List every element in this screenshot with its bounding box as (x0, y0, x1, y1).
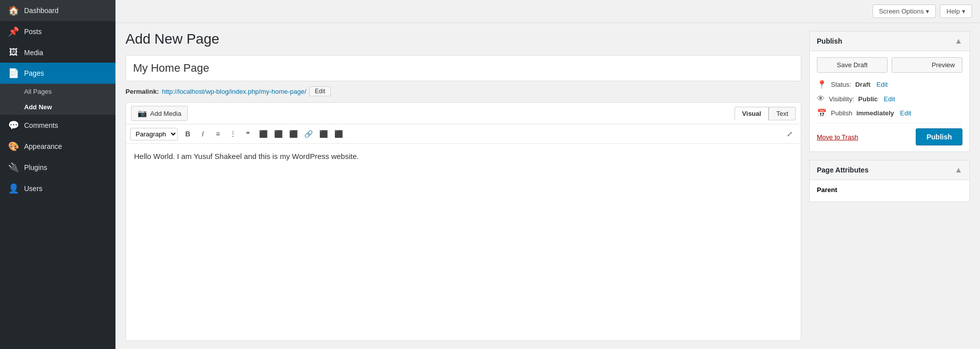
screen-options-button[interactable]: Screen Options ▾ (873, 5, 936, 18)
topbar: Screen Options ▾ Help ▾ (115, 0, 980, 23)
screen-options-label: Screen Options (879, 8, 924, 15)
status-value: Draft (855, 81, 870, 88)
page-title-input[interactable] (126, 55, 801, 81)
align-center-button[interactable]: ⬛ (271, 127, 285, 140)
blockquote-button[interactable]: ❝ (241, 127, 255, 140)
publish-time-edit-link[interactable]: Edit (900, 109, 911, 117)
users-icon: 👤 (8, 183, 19, 194)
publish-actions: Save Draft Preview (817, 57, 962, 73)
status-icon: 📍 (817, 80, 827, 89)
sidebar-item-label: Comments (24, 121, 58, 129)
sidebar-item-appearance[interactable]: 🎨 Appearance (0, 136, 115, 157)
sidebar-item-comments[interactable]: 💬 Comments (0, 115, 115, 136)
publish-footer: Move to Trash Publish (817, 123, 962, 145)
visibility-edit-link[interactable]: Edit (884, 95, 895, 103)
move-to-trash-button[interactable]: Move to Trash (817, 133, 858, 141)
visibility-label: Visibility: (829, 95, 854, 103)
calendar-icon: 📅 (817, 108, 827, 118)
format-select[interactable]: Paragraph (130, 128, 178, 140)
page-attributes-title: Page Attributes (817, 166, 869, 174)
publish-panel-body: Save Draft Preview 📍 Status: Draft Edit … (810, 51, 969, 151)
help-button[interactable]: Help ▾ (940, 5, 972, 18)
tab-text[interactable]: Text (769, 107, 796, 120)
publish-time-row: 📅 Publish immediately Edit (817, 108, 962, 118)
status-edit-link[interactable]: Edit (877, 81, 888, 88)
sidebar-item-label: Posts (24, 28, 42, 36)
publish-time-label: Publish (831, 109, 852, 117)
sidebar-item-label: Appearance (24, 142, 62, 150)
page-attributes-panel-header: Page Attributes ▲ (810, 160, 969, 180)
link-button[interactable]: 🔗 (301, 127, 315, 140)
main-content: Screen Options ▾ Help ▾ Add New Page Per… (115, 0, 980, 349)
pages-icon: 📄 (8, 68, 19, 79)
add-media-button[interactable]: 📷 Add Media (131, 106, 188, 121)
preview-button[interactable]: Preview (892, 57, 962, 73)
publish-button[interactable]: Publish (916, 128, 962, 145)
visual-text-tabs: Visual Text (734, 107, 796, 120)
help-label: Help (946, 8, 960, 15)
permalink-row: Permalink: http://localhost/wp-blog/inde… (126, 86, 801, 96)
permalink-link[interactable]: http://localhost/wp-blog/index.php/my-ho… (162, 88, 306, 95)
permalink-label: Permalink: (126, 88, 159, 95)
plugins-icon: 🔌 (8, 162, 19, 173)
sidebar-item-add-new[interactable]: Add New (0, 99, 115, 115)
visibility-icon: 👁 (817, 94, 825, 103)
right-sidebar: Publish ▲ Save Draft Preview 📍 Status: D… (809, 31, 970, 341)
publish-panel-header: Publish ▲ (810, 32, 969, 51)
editor-content-area[interactable]: Hello World. I am Yusuf Shakeel and this… (126, 144, 801, 340)
permalink-edit-button[interactable]: Edit (309, 86, 331, 96)
sidebar-item-posts[interactable]: 📌 Posts (0, 21, 115, 42)
status-label: Status: (831, 81, 851, 88)
editor-content-text: Hello World. I am Yusuf Shakeel and this… (134, 152, 793, 160)
help-arrow-icon: ▾ (962, 8, 965, 15)
comments-icon: 💬 (8, 120, 19, 131)
sidebar-item-label: Users (24, 185, 43, 193)
align-left-button[interactable]: ⬛ (256, 127, 270, 140)
save-draft-button[interactable]: Save Draft (817, 57, 888, 73)
editor-toolbar-top: 📷 Add Media Visual Text (126, 103, 801, 124)
sidebar-pages-submenu: All Pages Add New (0, 84, 115, 115)
sidebar-item-plugins[interactable]: 🔌 Plugins (0, 157, 115, 178)
media-icon: 🖼 (8, 47, 19, 58)
sidebar-item-media[interactable]: 🖼 Media (0, 42, 115, 63)
page-title: Add New Page (126, 31, 801, 47)
more-button[interactable]: ⬛ (316, 127, 330, 140)
align-right-button[interactable]: ⬛ (286, 127, 300, 140)
parent-label: Parent (817, 186, 962, 194)
sidebar-item-label: Media (24, 49, 43, 57)
visibility-value: Public (858, 95, 878, 103)
unordered-list-button[interactable]: ≡ (211, 127, 225, 140)
sidebar-item-all-pages[interactable]: All Pages (0, 84, 115, 99)
add-media-label: Add Media (150, 110, 181, 117)
sidebar-item-label: Plugins (24, 163, 47, 171)
sidebar-item-pages[interactable]: 📄 Pages (0, 63, 115, 84)
publish-collapse-icon[interactable]: ▲ (954, 37, 962, 46)
sidebar-item-users[interactable]: 👤 Users (0, 178, 115, 199)
page-attributes-body: Parent (810, 180, 969, 202)
publish-panel: Publish ▲ Save Draft Preview 📍 Status: D… (809, 31, 970, 152)
page-attributes-panel: Page Attributes ▲ Parent (809, 160, 970, 202)
fullscreen-button[interactable]: ⤢ (783, 127, 797, 140)
italic-button[interactable]: I (196, 127, 210, 140)
status-row: 📍 Status: Draft Edit (817, 80, 962, 89)
publish-time-value: immediately (856, 109, 894, 117)
editor-box: 📷 Add Media Visual Text Paragraph B I (126, 102, 801, 341)
visibility-row: 👁 Visibility: Public Edit (817, 94, 962, 103)
toolbar-toggle-button[interactable]: ⬛ (331, 127, 345, 140)
editor-format-bar: Paragraph B I ≡ ⋮ ❝ ⬛ ⬛ ⬛ 🔗 ⬛ ⬛ ⤢ (126, 124, 801, 144)
editor-section: Add New Page Permalink: http://localhost… (126, 31, 801, 341)
posts-icon: 📌 (8, 26, 19, 37)
bold-button[interactable]: B (181, 127, 195, 140)
add-media-icon: 📷 (138, 109, 147, 118)
publish-panel-title: Publish (817, 37, 842, 45)
sidebar-item-label: Dashboard (24, 7, 59, 15)
tab-visual[interactable]: Visual (734, 107, 769, 120)
dashboard-icon: 🏠 (8, 5, 19, 16)
sidebar: 🏠 Dashboard 📌 Posts 🖼 Media 📄 Pages All … (0, 0, 115, 349)
sidebar-item-dashboard[interactable]: 🏠 Dashboard (0, 0, 115, 21)
sidebar-item-label: Pages (24, 69, 44, 77)
ordered-list-button[interactable]: ⋮ (226, 127, 240, 140)
page-attributes-collapse-icon[interactable]: ▲ (954, 165, 962, 174)
appearance-icon: 🎨 (8, 141, 19, 152)
screen-options-arrow-icon: ▾ (926, 8, 929, 15)
